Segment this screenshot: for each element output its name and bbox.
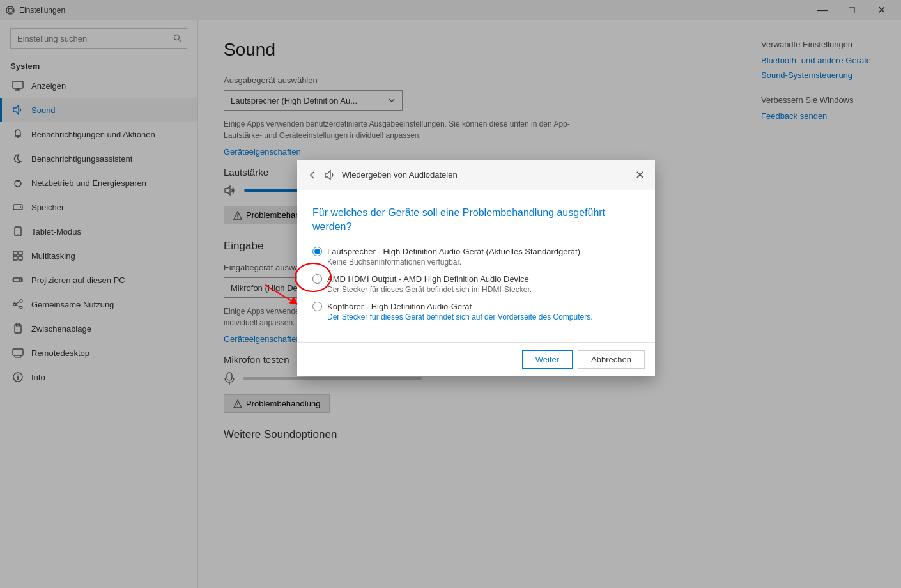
dialog-close-button[interactable]: ✕ — [635, 168, 645, 182]
radio-sub-amd: Der Stecker für dieses Gerät befindet si… — [327, 285, 640, 294]
weiter-button[interactable]: Weiter — [522, 350, 573, 369]
dialog-header-left: Wiedergeben von Audiodateien — [307, 169, 458, 181]
radio-item-kopfhoerer: Kopfhörer - High Definition Audio-Gerät … — [312, 302, 640, 321]
radio-label-amd[interactable]: AMD HDMI Output - AMD High Definition Au… — [327, 274, 529, 284]
radio-row-lautsprecher: Lautsprecher - High Definition Audio-Ger… — [312, 247, 640, 256]
radio-sub-lautsprecher: Keine Buchseninformationen verfügbar. — [327, 258, 640, 267]
radio-label-lautsprecher[interactable]: Lautsprecher - High Definition Audio-Ger… — [327, 247, 580, 256]
radio-item-amd: AMD HDMI Output - AMD High Definition Au… — [312, 274, 640, 294]
radio-label-kopfhoerer[interactable]: Kopfhörer - High Definition Audio-Gerät — [327, 302, 472, 311]
abbrechen-button[interactable]: Abbrechen — [578, 350, 645, 369]
svg-line-48 — [265, 285, 297, 304]
radio-lautsprecher[interactable] — [312, 247, 322, 256]
radio-item-lautsprecher: Lautsprecher - High Definition Audio-Ger… — [312, 247, 640, 267]
troubleshoot-dialog: Wiedergeben von Audiodateien ✕ Für welch… — [297, 160, 655, 377]
dialog-footer: Weiter Abbrechen — [297, 342, 655, 376]
audio-dialog-icon — [324, 169, 335, 181]
radio-row-amd: AMD HDMI Output - AMD High Definition Au… — [312, 274, 640, 284]
radio-amd[interactable] — [312, 274, 322, 284]
dialog-question: Für welches der Geräte soll eine Problem… — [312, 206, 640, 235]
dialog-header: Wiedergeben von Audiodateien ✕ — [297, 160, 655, 190]
radio-sub-kopfhoerer: Der Stecker für dieses Gerät befindet si… — [327, 313, 640, 321]
dialog-overlay: Wiedergeben von Audiodateien ✕ Für welch… — [0, 0, 901, 588]
back-icon — [307, 170, 318, 180]
dialog-back-button[interactable] — [307, 170, 318, 180]
radio-kopfhoerer[interactable] — [312, 302, 322, 311]
radio-row-kopfhoerer: Kopfhörer - High Definition Audio-Gerät — [312, 302, 640, 311]
device-radio-group: Lautsprecher - High Definition Audio-Ger… — [312, 247, 640, 321]
dialog-body: Für welches der Geräte soll eine Problem… — [297, 190, 655, 343]
dialog-title: Wiedergeben von Audiodateien — [342, 170, 458, 180]
svg-marker-46 — [325, 171, 330, 180]
